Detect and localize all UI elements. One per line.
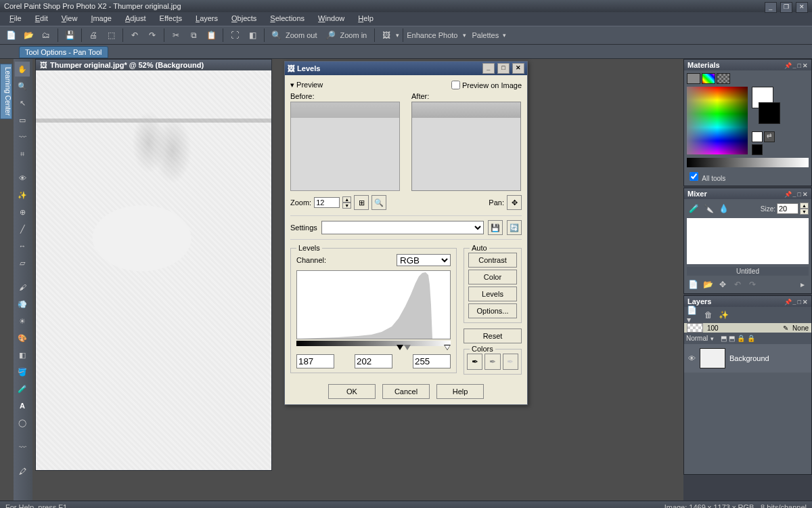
shape-tool-icon[interactable]: ◯ <box>15 415 30 430</box>
gradient-slider[interactable] <box>296 341 451 346</box>
panel-pin-icon[interactable]: 📌 <box>784 62 792 69</box>
cancel-button[interactable]: Cancel <box>382 384 430 399</box>
settings-select[interactable] <box>321 221 484 234</box>
black-dropper-icon[interactable]: ✒ <box>467 354 482 370</box>
scratch-tool-icon[interactable]: ╱ <box>15 221 30 236</box>
minimize-button[interactable]: _ <box>765 2 777 13</box>
oil-brush-icon[interactable]: 🖍 <box>15 464 30 479</box>
dialog-titlebar[interactable]: 🖼 Levels _ □ ✕ <box>285 62 527 75</box>
warp-tool-icon[interactable]: 〰 <box>15 440 30 454</box>
menu-adjust[interactable]: Adjust <box>118 12 153 26</box>
mixer-unmix-icon[interactable]: ↶ <box>731 278 744 291</box>
menu-effects[interactable]: Effects <box>153 12 189 26</box>
learning-center-tab[interactable]: Learning Center <box>0 64 12 119</box>
fullscreen-icon[interactable]: ⛶ <box>227 27 243 43</box>
zoom-spin-up[interactable]: ▲ <box>342 196 351 203</box>
grayscale-strip[interactable] <box>687 158 809 167</box>
auto-color-button[interactable]: Color <box>468 270 517 284</box>
layer-link-none[interactable]: None <box>792 324 809 332</box>
cut-icon[interactable]: ✂ <box>168 27 184 43</box>
mixer-new-icon[interactable]: 📄 <box>687 278 699 291</box>
crop-tool-icon[interactable]: ⌗ <box>15 146 30 161</box>
gray-dropper-icon[interactable]: ✒ <box>484 354 500 370</box>
zoom-out-label[interactable]: Zoom out <box>286 31 317 39</box>
pan-button[interactable]: ✥ <box>507 195 522 210</box>
enhance-photo-menu[interactable]: Enhance Photo <box>407 31 457 39</box>
redeye-tool-icon[interactable]: 👁 <box>15 171 30 186</box>
zoomout-icon[interactable]: 🔍 <box>268 27 284 43</box>
save-preset-button[interactable]: 💾 <box>488 220 503 235</box>
zoom-tool-icon[interactable]: 🔍 <box>15 79 30 93</box>
paintbrush-icon[interactable]: 🖌 <box>15 280 30 295</box>
clone-tool-icon[interactable]: ⊕ <box>15 205 30 219</box>
menu-image[interactable]: Image <box>84 12 118 26</box>
reset-preset-button[interactable]: 🔄 <box>507 220 522 235</box>
channel-select[interactable]: RGB <box>397 254 451 266</box>
save-icon[interactable]: 💾 <box>62 27 78 43</box>
bg-style-swatch[interactable] <box>752 144 763 155</box>
eraser-tool-icon[interactable]: ◧ <box>15 347 30 362</box>
ok-button[interactable]: OK <box>328 384 376 399</box>
picture-tube-icon[interactable]: 🧪 <box>15 381 30 396</box>
maximize-button[interactable]: ❐ <box>780 2 792 13</box>
color-replacer-icon[interactable]: 🎨 <box>15 331 30 345</box>
color-picker[interactable] <box>687 87 748 154</box>
opacity-track[interactable] <box>687 323 703 333</box>
mixer-dropper-icon[interactable]: 💧 <box>717 202 730 215</box>
fg-style-swatch[interactable] <box>752 131 763 142</box>
blend-mode-select[interactable]: Normal <box>686 335 708 342</box>
after-preview[interactable] <box>411 102 521 191</box>
mixer-knife-icon[interactable]: 🔪 <box>702 202 715 215</box>
document-titlebar[interactable]: 🖼 Thumper original.jpg* @ 52% (Backgroun… <box>36 60 271 70</box>
mixer-remix-icon[interactable]: ↷ <box>746 278 759 291</box>
mixer-tube-icon[interactable]: 🧪 <box>687 202 700 215</box>
pick-tool-icon[interactable]: ↖ <box>15 96 30 110</box>
mixer-nav-icon[interactable]: ✥ <box>717 278 729 291</box>
mixer-menu-icon[interactable]: ▸ <box>796 278 809 291</box>
panel-min-icon[interactable]: _ <box>793 62 796 69</box>
freehand-sel-icon[interactable]: 〰 <box>15 129 30 144</box>
reset-button[interactable]: Reset <box>464 329 522 343</box>
new-layer-icon[interactable]: 📄▾ <box>686 309 700 321</box>
open-icon[interactable]: 📂 <box>20 27 37 43</box>
mid-input[interactable] <box>355 354 392 368</box>
visibility-icon[interactable]: 👁 <box>688 354 696 362</box>
makeover-tool-icon[interactable]: ✨ <box>15 188 30 203</box>
zoom-input[interactable] <box>314 197 340 208</box>
dialog-close-button[interactable]: ✕ <box>512 63 524 74</box>
preview-toggle[interactable]: ▾ Preview <box>290 81 323 89</box>
perspective-tool-icon[interactable]: ▱ <box>15 255 30 270</box>
organizer-icon[interactable]: 🗂 <box>38 27 54 43</box>
fit-window-button[interactable]: ⊞ <box>354 195 369 210</box>
tool-options-tab[interactable]: Tool Options - Pan Tool <box>19 46 108 58</box>
gray-point-slider[interactable] <box>404 345 411 350</box>
mixer-open-icon[interactable]: 📂 <box>702 278 714 291</box>
twoup-icon[interactable]: ⬚ <box>103 27 119 43</box>
menu-selections[interactable]: Selections <box>263 12 311 26</box>
menu-view[interactable]: View <box>55 12 85 26</box>
straighten-tool-icon[interactable]: ↔ <box>15 238 30 253</box>
print-icon[interactable]: 🖨 <box>85 27 102 43</box>
undo-icon[interactable]: ↶ <box>127 27 143 43</box>
auto-contrast-button[interactable]: Contrast <box>468 253 517 268</box>
lighten-tool-icon[interactable]: ☀ <box>15 314 30 329</box>
black-point-slider[interactable] <box>397 345 403 350</box>
white-dropper-icon[interactable]: ✒ <box>503 354 518 370</box>
delete-layer-icon[interactable]: 🗑 <box>702 309 715 321</box>
all-tools-checkbox[interactable] <box>690 172 698 181</box>
menu-help[interactable]: Help <box>351 12 380 26</box>
swap-colors-icon[interactable]: ⇄ <box>764 131 775 142</box>
layer-fx-icon[interactable]: ✨ <box>717 309 729 321</box>
white-point-slider[interactable] <box>444 345 451 350</box>
material-tab-swatches[interactable] <box>717 73 730 84</box>
layer-row-background[interactable]: 👁 Background <box>684 344 811 373</box>
menu-edit[interactable]: Edit <box>28 12 55 26</box>
mixer-canvas[interactable] <box>687 218 809 264</box>
preview-on-image-checkbox[interactable] <box>451 81 460 89</box>
redo-icon[interactable]: ↷ <box>144 27 160 43</box>
menu-layers[interactable]: Layers <box>189 12 225 26</box>
help-button[interactable]: Help <box>436 384 484 399</box>
material-tab-rainbow[interactable] <box>702 73 715 84</box>
low-input[interactable] <box>296 354 334 368</box>
copy-icon[interactable]: ⧉ <box>185 27 202 43</box>
